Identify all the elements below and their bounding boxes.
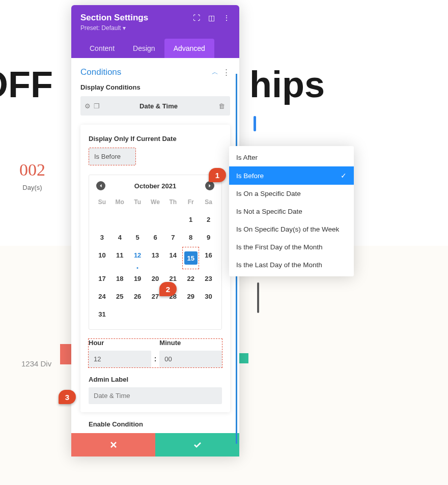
bg-text-off: OFF — [0, 64, 53, 105]
condition-config-card: Display Only If Current Date Is Before O… — [80, 125, 230, 412]
panel-layout-icon[interactable]: ◫ — [208, 14, 215, 22]
operator-dropdown: Is AfterIs Before✓Is On a Specific DateI… — [229, 146, 354, 276]
calendar-day[interactable]: 5 — [129, 229, 147, 246]
close-icon — [109, 441, 118, 449]
calendar-day[interactable]: 12 — [129, 246, 147, 270]
duplicate-icon[interactable]: ❐ — [94, 102, 100, 110]
calendar-day[interactable]: 31 — [93, 305, 111, 323]
panel-footer — [71, 433, 239, 457]
calendar-dow: Sa — [200, 195, 217, 211]
time-row: Hour : Minute — [89, 339, 222, 367]
dropdown-option[interactable]: Is Before✓ — [229, 166, 354, 185]
save-button[interactable] — [155, 433, 239, 457]
calendar-day[interactable]: 24 — [93, 288, 111, 305]
tab-design[interactable]: Design — [124, 39, 164, 58]
dropdown-option[interactable]: Is the Last Day of the Month — [229, 256, 354, 274]
bg-countdown-num: 002 — [19, 160, 45, 180]
preset-dropdown[interactable]: Preset: Default▾ — [80, 24, 230, 32]
calendar-day[interactable]: 22 — [182, 270, 200, 288]
calendar-day[interactable]: 2 — [200, 211, 217, 229]
calendar-day[interactable]: 10 — [93, 246, 111, 270]
cancel-button[interactable] — [71, 433, 155, 457]
calendar-day[interactable]: 1 — [182, 211, 200, 229]
dropdown-option[interactable]: Is After — [229, 149, 354, 166]
time-colon: : — [154, 355, 157, 367]
calendar-day[interactable]: 17 — [93, 270, 111, 288]
hour-label: Hour — [89, 339, 151, 347]
panel-header: Section Settings ⛶ ◫ ⋮ Preset: Default▾ … — [71, 5, 239, 58]
prev-month-button[interactable] — [96, 181, 105, 190]
dropdown-option[interactable]: Is On a Specific Date — [229, 185, 354, 203]
calendar-day[interactable]: 25 — [111, 288, 129, 305]
check-icon — [193, 441, 202, 449]
calendar-blank — [164, 211, 182, 229]
calendar-day[interactable]: 11 — [111, 246, 129, 270]
bg-address-text: 1234 Div — [21, 359, 51, 368]
calendar-day[interactable]: 13 — [147, 246, 164, 270]
bg-green-block — [238, 353, 248, 363]
panel-tabs: Content Design Advanced — [80, 39, 230, 58]
conditions-section-title[interactable]: Conditions — [80, 67, 121, 77]
calendar-day[interactable]: 16 — [200, 246, 217, 270]
calendar-dow: Th — [164, 195, 182, 211]
date-picker: October 2021 SuMoTuWeThFrSa1234567891011… — [89, 175, 222, 330]
calendar-day[interactable]: 23 — [200, 270, 217, 288]
calendar-day[interactable]: 15 — [182, 246, 200, 270]
calendar-day[interactable]: 6 — [147, 229, 164, 246]
next-month-button[interactable] — [205, 181, 214, 190]
minute-input[interactable] — [159, 351, 222, 367]
bg-scrollbar-1 — [254, 116, 256, 131]
display-only-if-label: Display Only If Current Date — [89, 135, 222, 142]
admin-label-input[interactable] — [89, 387, 222, 404]
calendar-day[interactable]: 4 — [111, 229, 129, 246]
dropdown-option[interactable]: Is the First Day of the Month — [229, 238, 354, 256]
calendar-dow: Su — [93, 195, 111, 211]
calendar-dow: We — [147, 195, 164, 211]
collapse-icon[interactable]: ︿ — [212, 68, 218, 77]
trash-icon[interactable]: 🗑 — [213, 102, 230, 110]
tab-advanced[interactable]: Advanced — [164, 39, 214, 58]
hour-input[interactable] — [89, 351, 151, 367]
check-icon: ✓ — [341, 172, 347, 180]
calendar-grid: SuMoTuWeThFrSa12345678910111213141516171… — [93, 195, 217, 323]
calendar-day[interactable]: 9 — [200, 229, 217, 246]
calendar-day[interactable]: 30 — [200, 288, 217, 305]
kebab-menu-icon[interactable]: ⋮ — [223, 14, 230, 22]
calendar-day[interactable]: 29 — [182, 288, 200, 305]
bg-countdown-label: Day(s) — [19, 184, 45, 191]
calendar-day[interactable]: 26 — [129, 288, 147, 305]
section-kebab-icon[interactable]: ⋮ — [222, 68, 230, 77]
calendar-blank — [111, 211, 129, 229]
calendar-blank — [129, 211, 147, 229]
callout-marker-3: 3 — [59, 390, 76, 404]
gear-icon[interactable]: ⚙ — [85, 102, 91, 110]
calendar-day[interactable]: 8 — [182, 229, 200, 246]
calendar-day[interactable]: 18 — [111, 270, 129, 288]
calendar-day[interactable]: 14 — [164, 246, 182, 270]
calendar-day[interactable]: 3 — [93, 229, 111, 246]
operator-select[interactable]: Is Before — [89, 148, 136, 165]
settings-panel: Section Settings ⛶ ◫ ⋮ Preset: Default▾ … — [71, 5, 239, 457]
calendar-day[interactable]: 19 — [129, 270, 147, 288]
dropdown-option[interactable]: Is On Specific Day(s) of the Week — [229, 220, 354, 238]
bg-text-hips: hips — [249, 64, 325, 105]
calendar-month: October 2021 — [134, 182, 176, 190]
display-conditions-label: Display Conditions — [71, 83, 239, 96]
bg-scrollbar-2 — [257, 282, 259, 313]
panel-title: Section Settings — [80, 13, 148, 23]
dropdown-option[interactable]: Is Not a Specific Date — [229, 203, 354, 220]
calendar-dow: Tu — [129, 195, 147, 211]
minute-label: Minute — [159, 339, 222, 347]
expand-icon[interactable]: ⛶ — [193, 14, 200, 22]
caret-down-icon: ▾ — [123, 24, 126, 32]
calendar-blank — [93, 211, 111, 229]
callout-marker-1: 1 — [209, 168, 226, 182]
condition-bar[interactable]: ⚙ ❐ Date & Time 🗑 — [80, 96, 230, 116]
bg-countdown: 002 Day(s) — [19, 160, 45, 191]
enable-condition-label: Enable Condition — [89, 420, 230, 428]
tab-content[interactable]: Content — [80, 39, 124, 58]
calendar-day[interactable]: 7 — [164, 229, 182, 246]
calendar-dow: Fr — [182, 195, 200, 211]
calendar-dow: Mo — [111, 195, 129, 211]
calendar-blank — [147, 211, 164, 229]
